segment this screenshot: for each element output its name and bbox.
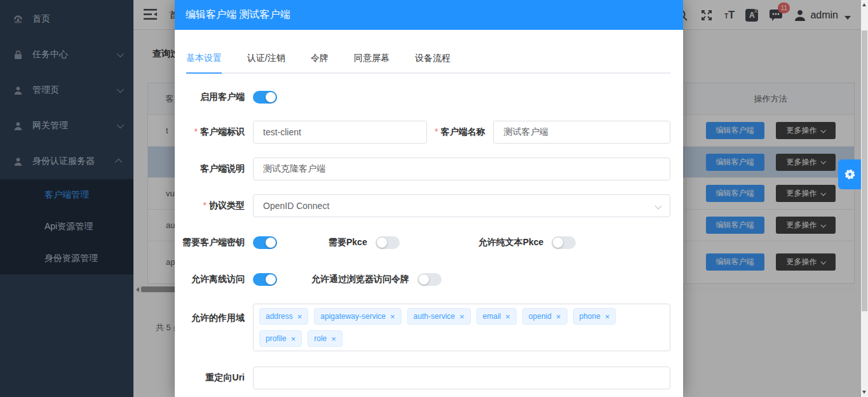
scope-tag: profile <box>259 330 302 347</box>
scope-tag-label: auth-service <box>414 312 455 321</box>
edit-client-dialog: 编辑客户端 测试客户端 基本设置 认证/注销 令牌 同意屏幕 设备流程 启用客户… <box>175 0 683 397</box>
vertical-scrollbar[interactable] <box>861 0 868 397</box>
dialog-tabs: 基本设置 认证/注销 令牌 同意屏幕 设备流程 <box>186 53 670 74</box>
protocol-type-select[interactable]: OpenID Connect <box>253 194 670 217</box>
allow-plain-pkce-label: 允许纯文本Pkce <box>478 237 544 248</box>
scroll-up-arrow-icon[interactable] <box>862 3 866 6</box>
vertical-scrollbar-thumb[interactable] <box>862 30 867 311</box>
scope-tag-label: phone <box>580 312 600 321</box>
scope-tag-label: email <box>483 312 501 321</box>
client-id-label: 客户端标识 <box>182 126 245 138</box>
allow-browser-token-label: 允许通过浏览器访问令牌 <box>311 274 409 285</box>
scope-tag-label: address <box>266 312 293 321</box>
tab-consent-screen[interactable]: 同意屏幕 <box>341 53 402 72</box>
allow-offline-label: 允许离线访问 <box>182 274 245 285</box>
scope-tag-label: role <box>314 334 327 343</box>
scope-tag: address <box>259 308 308 325</box>
scope-tag: apigateway-service <box>314 308 401 325</box>
gear-icon <box>843 167 857 182</box>
remove-tag-icon[interactable] <box>605 313 610 321</box>
settings-drawer-button[interactable] <box>838 159 861 189</box>
protocol-type-value: OpenID Connect <box>263 201 329 211</box>
dialog-title: 编辑客户端 测试客户端 <box>175 0 683 30</box>
tab-token[interactable]: 令牌 <box>298 53 341 72</box>
allow-offline-toggle[interactable] <box>253 273 277 286</box>
client-desc-input[interactable] <box>253 158 670 180</box>
remove-tag-icon[interactable] <box>390 313 395 321</box>
protocol-type-label: 协议类型 <box>182 200 245 212</box>
scope-tag-label: apigateway-service <box>320 312 386 321</box>
remove-tag-icon[interactable] <box>459 313 465 321</box>
tab-device-flow[interactable]: 设备流程 <box>402 53 463 72</box>
scope-tag-label: openid <box>529 312 552 321</box>
allow-plain-pkce-toggle[interactable] <box>552 236 576 249</box>
redirect-uri-input[interactable] <box>253 367 670 389</box>
scope-tag: auth-service <box>407 308 471 325</box>
remove-tag-icon[interactable] <box>505 313 510 321</box>
require-secret-toggle[interactable] <box>253 236 277 249</box>
client-desc-label: 客户端说明 <box>182 163 245 175</box>
remove-tag-icon[interactable] <box>297 313 302 321</box>
require-pkce-toggle[interactable] <box>376 236 400 249</box>
chevron-down-icon <box>654 202 661 209</box>
allowed-scopes-field[interactable]: address apigateway-service auth-service … <box>253 304 670 351</box>
require-secret-label: 需要客户端密钥 <box>182 237 245 248</box>
client-name-label: 客户端名称 <box>435 126 485 138</box>
client-name-input[interactable] <box>493 121 670 144</box>
tab-auth-logout[interactable]: 认证/注销 <box>234 53 298 72</box>
scope-tag: role <box>308 330 342 347</box>
remove-tag-icon[interactable] <box>556 313 561 321</box>
remove-tag-icon[interactable] <box>291 335 296 343</box>
redirect-uri-label: 重定向Uri <box>182 372 245 384</box>
require-pkce-label: 需要Pkce <box>329 237 367 248</box>
enable-client-toggle[interactable] <box>253 91 277 104</box>
scope-tag: email <box>477 308 517 325</box>
scroll-down-arrow-icon[interactable] <box>862 391 866 394</box>
client-id-input[interactable] <box>253 121 427 144</box>
enable-client-label: 启用客户端 <box>182 91 245 103</box>
scope-tag: openid <box>522 308 567 325</box>
remove-tag-icon[interactable] <box>331 335 336 343</box>
scope-tag: phone <box>573 308 616 325</box>
tab-basic-settings[interactable]: 基本设置 <box>186 53 234 72</box>
allow-browser-token-toggle[interactable] <box>417 273 442 286</box>
scope-tag-label: profile <box>266 334 287 343</box>
allowed-scopes-label: 允许的作用域 <box>182 304 245 324</box>
